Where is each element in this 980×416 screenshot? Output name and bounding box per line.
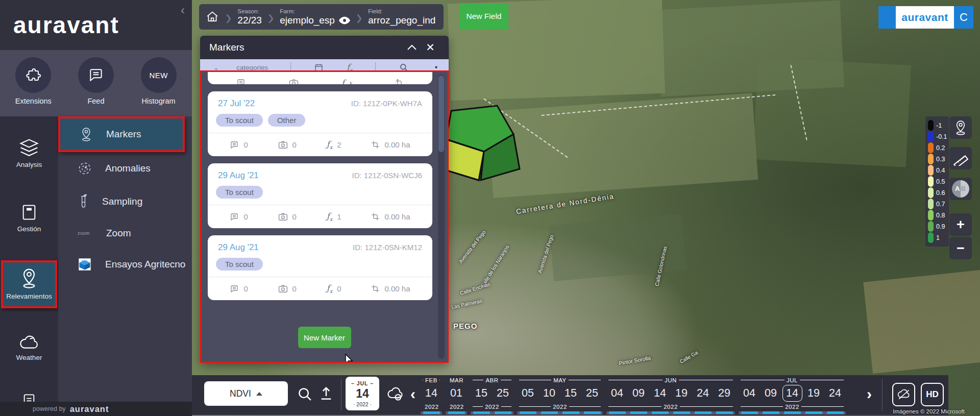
compare-ab-button[interactable]: AB <box>949 178 972 200</box>
ruler-icon <box>953 151 968 166</box>
marker-card-partial[interactable]: ƒx <box>208 72 432 84</box>
timeline-date[interactable]: 19 <box>803 387 824 400</box>
scrollbar-thumb[interactable] <box>438 76 444 152</box>
fx-count: 1 <box>337 212 341 221</box>
timeline-date[interactable]: 24 <box>692 387 714 400</box>
sidebar-item-gestion[interactable]: Gestión <box>0 198 58 239</box>
upload-icon[interactable] <box>318 386 334 401</box>
availability-dash <box>805 411 822 414</box>
timeline-date[interactable]: 04 <box>739 387 760 400</box>
farm-selector[interactable]: Farm: ejemplo_esp <box>280 8 350 26</box>
sidebar-item-weather[interactable]: Weather <box>0 329 58 368</box>
sidebar-item-label: Gestión <box>17 225 41 233</box>
legend-value: 0.7 <box>936 201 945 208</box>
timeline-date[interactable]: 15 <box>471 387 492 400</box>
logo-band: auravant ‹ <box>0 0 192 50</box>
cloud-mask-toggle-button[interactable] <box>892 383 915 406</box>
submenu-item-anomalies[interactable]: Anomalies <box>58 152 192 185</box>
categories-filter[interactable]: categories <box>236 64 268 70</box>
timeline-date[interactable]: 19 <box>671 387 692 400</box>
timeline-date[interactable]: 15 <box>560 387 581 400</box>
sidebar-item-extensions[interactable]: Extensions <box>5 57 61 116</box>
marker-date-link[interactable]: 27 Jul '22 <box>218 99 351 109</box>
submenu-item-sampling[interactable]: Sampling <box>58 185 192 218</box>
user-initial-button[interactable]: C <box>954 6 973 29</box>
search-date-icon[interactable] <box>297 386 312 402</box>
layer-select-button[interactable]: NDVI <box>204 381 288 406</box>
availability-dash <box>652 411 669 414</box>
search-icon[interactable] <box>399 63 408 70</box>
sidebar-item-relevamientos[interactable]: Relevamientos <box>1 260 57 308</box>
month-line <box>741 380 785 381</box>
marker-date-link[interactable]: 29 Aug '21 <box>218 170 352 181</box>
sidebar-item-analysis[interactable]: Analysis <box>0 134 58 175</box>
radar-icon <box>78 161 92 176</box>
area-icon <box>371 284 380 293</box>
submenu-item-ensayos-agritecno[interactable]: Ensayos Agritecno <box>58 248 192 281</box>
sidebar-item-label: Relevamientos <box>6 292 52 300</box>
availability-dash <box>673 411 690 414</box>
selected-date-badge[interactable]: JUL 14 2022 <box>346 377 379 410</box>
timeline-date[interactable]: 01 <box>446 387 467 400</box>
sidebar-top-row: Extensions Feed NEW Histogram <box>0 50 192 116</box>
submenu-item-markers[interactable]: Markers <box>58 116 185 152</box>
month-line <box>519 380 551 381</box>
legend-value: -1 <box>936 122 942 129</box>
timeline-month-group: JUN0409141924292022 <box>606 376 735 415</box>
timeline-next-icon[interactable]: › <box>867 386 872 402</box>
field-selector[interactable]: Field: arroz_pego_ind <box>368 8 435 26</box>
home-icon[interactable] <box>205 10 219 24</box>
submenu-item-zoom[interactable]: zoom Zoom <box>58 218 192 248</box>
close-panel-icon[interactable]: ✕ <box>421 40 439 55</box>
timeline-date[interactable]: 10 <box>538 387 560 400</box>
availability-dash <box>609 411 626 414</box>
marker-card[interactable]: 27 Jul '22 ID: 121Z-0PK-WH7A To scout Ot… <box>208 91 432 156</box>
timeline-date[interactable]: 29 <box>714 387 735 400</box>
timeline-date-selected[interactable]: 14 <box>782 385 802 402</box>
timeline-date[interactable]: 09 <box>760 387 781 400</box>
panel-scrollbar[interactable] <box>438 75 445 359</box>
cloud-filter-icon[interactable] <box>386 385 405 403</box>
area-icon <box>395 79 404 85</box>
add-marker-tool-button[interactable] <box>949 116 972 139</box>
area-icon <box>371 212 380 221</box>
comment-icon <box>236 78 246 84</box>
timeline-date[interactable]: 14 <box>421 387 442 400</box>
area-value: 0.00 ha <box>384 212 410 221</box>
measure-tool-button[interactable] <box>949 147 972 169</box>
timeline-date[interactable]: 24 <box>824 387 846 400</box>
hd-toggle-button[interactable]: HD <box>921 383 944 406</box>
new-marker-button[interactable]: New Marker <box>298 327 351 348</box>
zoom-out-button[interactable]: − <box>949 237 972 259</box>
timeline-date[interactable]: 05 <box>517 387 538 400</box>
sidebar-item-histogram[interactable]: NEW Histogram <box>131 57 187 116</box>
chevron-down-icon[interactable]: ⌄ <box>213 64 219 70</box>
marker-date-link[interactable]: 29 Aug '21 <box>218 242 353 253</box>
timeline-date[interactable]: 25 <box>492 387 513 400</box>
timeline-date[interactable]: 14 <box>649 387 671 400</box>
availability-dash <box>473 411 490 414</box>
new-field-button[interactable]: New Field <box>459 3 508 30</box>
legend-color-chip <box>928 176 934 187</box>
marker-card[interactable]: 29 Aug '21 ID: 121Z-0SN-WCJ6 To scout 0 … <box>208 163 432 228</box>
timeline-date[interactable]: 04 <box>606 387 628 400</box>
marker-card[interactable]: 29 Aug '21 ID: 121Z-0SN-KM12 To scout 0 … <box>208 235 432 300</box>
zoom-in-button[interactable]: + <box>949 213 972 236</box>
timeline-date[interactable]: 25 <box>581 387 603 400</box>
eye-icon[interactable] <box>339 16 350 25</box>
zoom-text-icon: zoom <box>78 231 93 236</box>
more-options-icon[interactable]: • <box>435 63 438 70</box>
map-field-patch <box>863 270 980 374</box>
year-line <box>741 406 783 407</box>
collapse-sidebar-icon[interactable]: ‹ <box>181 4 185 16</box>
season-selector[interactable]: Season: 22/23 <box>237 8 262 26</box>
submenu-item-label: Sampling <box>102 196 142 207</box>
timeline-prev-icon[interactable]: ‹ <box>410 386 415 402</box>
sidebar-item-feed[interactable]: Feed <box>68 57 124 116</box>
calendar-icon[interactable] <box>314 63 323 70</box>
farm-value: ejemplo_esp <box>280 15 335 26</box>
legend-value: 0.3 <box>936 156 945 163</box>
collapse-panel-icon[interactable] <box>403 40 421 55</box>
timeline-date[interactable]: 09 <box>628 387 649 400</box>
fx-filter-icon[interactable]: ƒx <box>347 62 353 70</box>
